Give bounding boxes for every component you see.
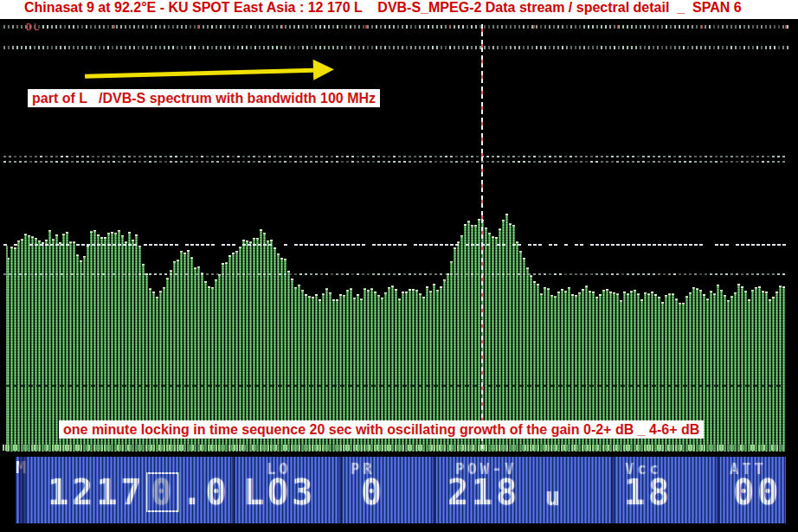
- page-title: Chinasat 9 at 92.2°E - KU SPOT East Asia…: [0, 0, 798, 16]
- frequency-display[interactable]: 1217 0 .0: [48, 472, 230, 512]
- power-value: 218: [447, 472, 520, 512]
- satellite-meter-screen: Chinasat 9 at 92.2°E - KU SPOT East Asia…: [0, 0, 798, 532]
- frequency-decimal: .0: [181, 472, 229, 512]
- frequency-digits: 1217: [48, 472, 145, 512]
- att-value: 00: [733, 472, 782, 512]
- locking-annotation: one minute locking in time sequence 20 s…: [59, 420, 704, 439]
- divider: [232, 457, 235, 523]
- lo-value: LO3: [243, 472, 316, 512]
- divider: [717, 457, 720, 523]
- power-unit: u: [545, 483, 563, 511]
- arrow-shaft: [85, 68, 313, 79]
- status-bar: LO PR POW-V Vcc ATT 1217 0 .0 LO3 0 218 …: [16, 457, 786, 523]
- pr-value: 0: [361, 472, 385, 512]
- title-bar: Chinasat 9 at 92.2°E - KU SPOT East Asia…: [0, 0, 798, 19]
- frequency-cursor-digit[interactable]: 0: [146, 472, 179, 512]
- divider: [339, 457, 343, 523]
- divider: [433, 457, 436, 523]
- divider: [611, 457, 615, 523]
- arrow-head-icon: [313, 59, 335, 80]
- divider: [19, 457, 26, 523]
- bandwidth-annotation: part of L /DVB-S spectrum with bandwidth…: [28, 89, 380, 107]
- vcc-value: 18: [624, 472, 673, 512]
- dl-label: DL: [26, 22, 41, 32]
